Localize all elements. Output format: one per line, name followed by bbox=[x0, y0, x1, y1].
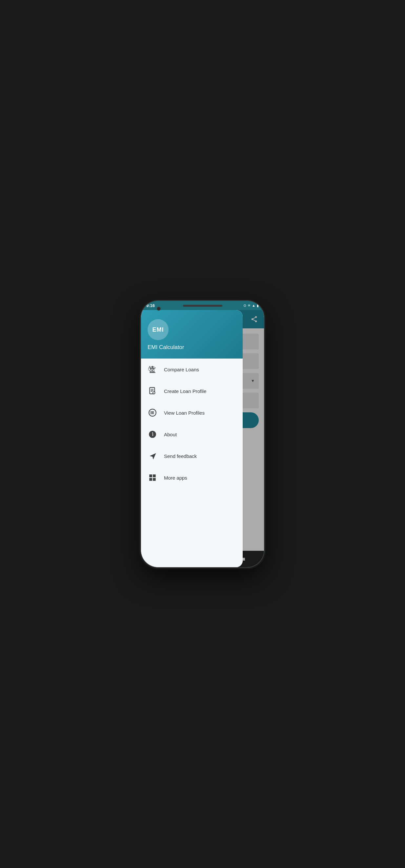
status-time: 9:16 bbox=[146, 303, 155, 308]
menu-item-send-feedback[interactable]: Send feedback bbox=[141, 445, 243, 467]
status-icons: ⊙ ✳ ▲ ▮ bbox=[243, 304, 259, 308]
app-name: EMI Calculator bbox=[148, 344, 236, 351]
about-label: About bbox=[164, 432, 177, 437]
compare-loans-label: Compare Loans bbox=[164, 367, 199, 372]
app-logo-text: EMI bbox=[152, 327, 164, 333]
svg-point-20 bbox=[150, 413, 151, 414]
menu-item-more-apps[interactable]: More apps bbox=[141, 467, 243, 489]
more-apps-label: More apps bbox=[164, 475, 187, 480]
svg-point-19 bbox=[150, 412, 151, 413]
settings-icon: ✳ bbox=[248, 304, 251, 308]
svg-rect-28 bbox=[153, 478, 156, 481]
svg-rect-26 bbox=[153, 474, 156, 477]
signal-icon: ▲ bbox=[252, 304, 255, 307]
phone-screen: 9:16 ⊙ ✳ ▲ ▮ ▼ bbox=[141, 301, 264, 567]
create-loan-profile-label: Create Loan Profile bbox=[164, 389, 206, 394]
camera-dot bbox=[157, 307, 161, 311]
drawer-header: EMI EMI Calculator bbox=[141, 310, 243, 359]
navigation-drawer: EMI EMI Calculator bbox=[141, 310, 243, 567]
scale-icon: ⚖ bbox=[148, 365, 157, 374]
create-profile-icon bbox=[148, 386, 157, 396]
svg-rect-25 bbox=[149, 474, 152, 477]
menu-item-create-loan-profile[interactable]: Create Loan Profile bbox=[141, 380, 243, 402]
battery-icon: ▮ bbox=[257, 304, 259, 308]
svg-marker-24 bbox=[150, 453, 156, 460]
svg-point-23 bbox=[152, 432, 153, 433]
app-screen: ▼ bbox=[141, 310, 264, 567]
drawer-menu: ⚖ Compare Loans bbox=[141, 359, 243, 567]
svg-point-18 bbox=[150, 411, 151, 412]
list-icon bbox=[148, 408, 157, 417]
info-icon: i bbox=[148, 429, 157, 439]
menu-item-about[interactable]: i About bbox=[141, 424, 243, 445]
menu-item-view-loan-profiles[interactable]: View Loan Profiles bbox=[141, 402, 243, 424]
send-icon bbox=[148, 451, 157, 461]
grid-icon bbox=[148, 473, 157, 483]
send-feedback-label: Send feedback bbox=[164, 453, 197, 459]
phone-frame: 9:16 ⊙ ✳ ▲ ▮ ▼ bbox=[141, 301, 264, 567]
svg-text:⚖: ⚖ bbox=[149, 366, 155, 373]
svg-rect-27 bbox=[149, 478, 152, 481]
menu-item-compare-loans[interactable]: ⚖ Compare Loans bbox=[141, 359, 243, 380]
app-logo: EMI bbox=[148, 319, 168, 340]
view-loan-profiles-label: View Loan Profiles bbox=[164, 410, 205, 415]
location-icon: ⊙ bbox=[243, 304, 246, 308]
